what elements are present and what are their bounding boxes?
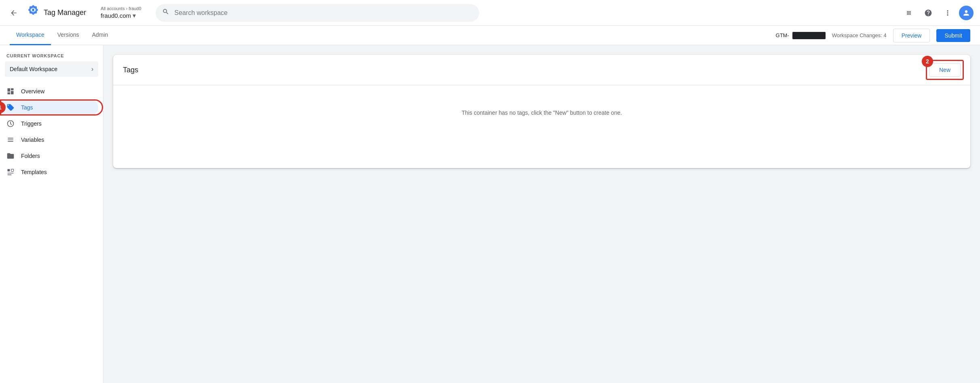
sidebar-item-tags-wrapper: 1 Tags <box>0 99 103 116</box>
content-area: Tags 2 New This container has no tags, c… <box>103 45 980 383</box>
back-button[interactable] <box>6 6 21 20</box>
sidebar-item-tags[interactable]: Tags <box>0 99 98 116</box>
search-bar[interactable] <box>156 4 479 22</box>
templates-icon <box>6 168 15 176</box>
card-body: This container has no tags, click the "N… <box>113 85 970 140</box>
submit-button[interactable]: Submit <box>936 29 970 42</box>
app-logo <box>26 5 40 21</box>
workspace-name: Default Workspace <box>10 66 57 72</box>
tab-admin[interactable]: Admin <box>85 26 114 45</box>
sub-header-right: GTM-■■■■■■■■ Workspace Changes: 4 Previe… <box>776 29 970 42</box>
nav-section: Overview 1 Tags <box>0 83 103 383</box>
apps-button[interactable] <box>901 5 917 21</box>
tags-icon <box>6 103 15 112</box>
sidebar-item-folders-label: Folders <box>21 153 40 159</box>
annotation-2: 2 <box>922 56 933 67</box>
tags-content-card: Tags 2 New This container has no tags, c… <box>113 55 970 168</box>
sidebar-item-tags-label: Tags <box>21 104 33 111</box>
help-button[interactable] <box>920 5 936 21</box>
card-title: Tags <box>123 66 138 74</box>
variables-icon <box>6 136 15 144</box>
folders-icon <box>6 152 15 160</box>
preview-button[interactable]: Preview <box>893 29 930 42</box>
svg-point-5 <box>32 9 34 11</box>
account-name: fraud0.com ▾ <box>101 12 141 19</box>
tab-versions[interactable]: Versions <box>51 26 86 45</box>
top-header: Tag Manager All accounts › fraud0 fraud0… <box>0 0 980 26</box>
tab-workspace[interactable]: Workspace <box>10 26 51 45</box>
new-btn-wrapper: 2 New <box>929 63 961 77</box>
account-dropdown-arrow: ▾ <box>133 12 136 19</box>
sidebar-item-triggers-label: Triggers <box>21 120 42 127</box>
sidebar-item-overview-label: Overview <box>21 88 44 95</box>
main-layout: CURRENT WORKSPACE Default Workspace › Ov… <box>0 45 980 383</box>
workspace-arrow-icon: › <box>91 65 93 73</box>
account-breadcrumb: All accounts › fraud0 <box>101 6 141 11</box>
current-workspace-label: CURRENT WORKSPACE <box>0 48 103 60</box>
svg-rect-9 <box>8 173 14 174</box>
overview-icon <box>6 87 15 95</box>
search-input[interactable] <box>174 9 473 17</box>
avatar[interactable] <box>959 6 974 20</box>
workspace-changes: Workspace Changes: 4 <box>832 32 887 38</box>
empty-message: This container has no tags, click the "N… <box>462 109 622 116</box>
gtm-id: GTM-■■■■■■■■ <box>776 32 826 39</box>
triggers-icon <box>6 120 15 128</box>
sidebar-item-templates[interactable]: Templates <box>0 164 98 180</box>
svg-rect-7 <box>8 169 10 172</box>
logo-area: Tag Manager <box>26 5 86 21</box>
svg-rect-10 <box>8 175 12 175</box>
sidebar-item-variables-label: Variables <box>21 137 44 143</box>
more-options-button[interactable] <box>940 5 956 21</box>
sidebar-item-folders[interactable]: Folders <box>0 148 98 164</box>
sub-header: Workspace Versions Admin GTM-■■■■■■■■ Wo… <box>0 26 980 45</box>
svg-rect-8 <box>11 169 14 172</box>
sidebar-item-variables[interactable]: Variables <box>0 132 98 148</box>
account-selector[interactable]: All accounts › fraud0 fraud0.com ▾ <box>97 4 144 21</box>
gtm-id-value: ■■■■■■■■ <box>792 32 826 39</box>
sidebar-item-triggers[interactable]: Triggers <box>0 116 98 132</box>
sidebar-item-overview[interactable]: Overview <box>0 83 98 99</box>
new-button[interactable]: New <box>929 63 961 77</box>
app-title: Tag Manager <box>44 8 86 17</box>
gtm-label: GTM- <box>776 32 789 38</box>
sidebar-item-templates-label: Templates <box>21 169 47 175</box>
sidebar: CURRENT WORKSPACE Default Workspace › Ov… <box>0 45 103 383</box>
tags-highlight-box <box>0 99 103 116</box>
search-icon <box>162 8 169 17</box>
card-header: Tags 2 New <box>113 55 970 85</box>
header-actions <box>901 5 974 21</box>
workspace-selector[interactable]: Default Workspace › <box>5 61 98 77</box>
